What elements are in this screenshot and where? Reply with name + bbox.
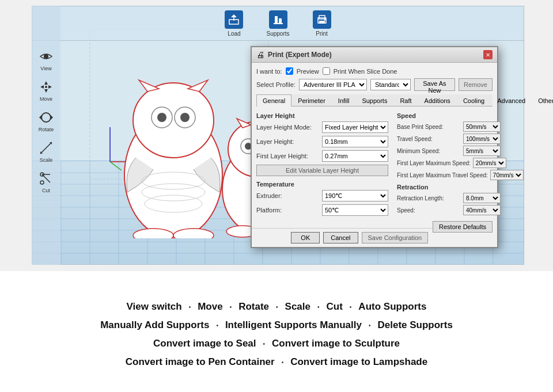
- base-print-speed-label: Base Print Speed:: [397, 124, 461, 130]
- layer-height-mode-label: Layer Height Mode:: [256, 124, 320, 131]
- restore-defaults-button[interactable]: Restore Defaults: [433, 221, 493, 233]
- svg-rect-56: [319, 16, 325, 19]
- first-layer-height-select[interactable]: 0.27mm: [322, 150, 388, 162]
- tab-general[interactable]: General: [256, 94, 291, 106]
- edit-variable-layer-height-button[interactable]: Edit Variable Layer Height: [256, 165, 388, 176]
- travel-speed-select[interactable]: 100mm/s: [463, 134, 501, 144]
- tab-additions[interactable]: Additions: [418, 94, 457, 106]
- label-row-1: View switch • Move • Rotate • Scale • Cu…: [122, 301, 431, 313]
- save-as-new-button[interactable]: Save As New: [414, 78, 455, 91]
- label-view-switch: View switch: [122, 301, 187, 313]
- move-icon: [38, 79, 54, 95]
- bottom-content: View switch • Move • Rotate • Scale • Cu…: [0, 271, 553, 392]
- retraction-length-select[interactable]: 8.0mm: [463, 193, 501, 203]
- retraction-speed-select[interactable]: 40mm/s: [463, 205, 501, 215]
- svg-point-64: [45, 86, 47, 88]
- preview-checkbox[interactable]: [286, 67, 293, 75]
- svg-point-33: [180, 113, 190, 122]
- i-want-to-label: I want to:: [256, 68, 282, 75]
- layer-height-mode-select[interactable]: Fixed Layer Height: [322, 121, 388, 133]
- left-sidebar: View Move Rotate: [32, 6, 60, 265]
- platform-label: Platform:: [256, 207, 320, 214]
- label-scale: Scale: [281, 301, 315, 313]
- preview-label: Preview: [297, 68, 319, 75]
- supports-button[interactable]: Supports: [262, 8, 294, 39]
- view-tool[interactable]: View: [36, 46, 56, 74]
- label-move: Move: [193, 301, 227, 313]
- svg-rect-53: [279, 18, 282, 23]
- label-rotate: Rotate: [234, 301, 274, 313]
- load-label: Load: [228, 31, 240, 37]
- label-delete-supports: Delete Supports: [373, 319, 457, 331]
- speed-section: Speed: [397, 112, 501, 119]
- load-icon: [225, 10, 243, 29]
- supports-icon: [269, 10, 287, 29]
- label-intelligent-supports: Intelligent Supports Manually: [221, 319, 366, 331]
- svg-marker-61: [44, 89, 48, 93]
- label-row-4: Convert image to Pen Container • Convert…: [121, 356, 432, 368]
- label-convert-lampshade: Convert image to Lampshade: [286, 356, 432, 368]
- label-convert-seal: Convert image to Seal: [149, 338, 261, 349]
- rotate-icon: [38, 109, 54, 125]
- first-layer-max-travel-select[interactable]: 70mm/s: [490, 170, 524, 180]
- extruder-select[interactable]: 190℃: [322, 190, 388, 201]
- label-auto-supports: Auto Supports: [354, 301, 431, 313]
- print-when-slice-label: Print When Slice Done: [334, 68, 397, 75]
- tab-advanced[interactable]: Advanced: [491, 94, 532, 106]
- tab-raft[interactable]: Raft: [393, 94, 418, 106]
- first-layer-max-speed-select[interactable]: 20mm/s: [473, 158, 506, 168]
- layer-height-section: Layer Height: [256, 112, 388, 119]
- svg-point-29: [133, 83, 214, 158]
- profile-select[interactable]: Adventurer III PLA: [299, 79, 367, 90]
- svg-rect-54: [274, 23, 283, 24]
- temperature-section: Temperature: [256, 181, 388, 188]
- tab-supports[interactable]: Supports: [355, 94, 393, 106]
- svg-marker-60: [44, 81, 48, 85]
- minimum-speed-select[interactable]: 5mm/s: [463, 146, 501, 156]
- print-when-slice-checkbox[interactable]: [323, 67, 330, 75]
- dialog-close-button[interactable]: ✕: [483, 50, 493, 59]
- dialog-titlebar: 🖨 Print (Expert Mode) ✕: [252, 47, 497, 63]
- label-cut: Cut: [322, 301, 347, 313]
- layer-height-select[interactable]: 0.18mm: [322, 136, 388, 147]
- svg-marker-35: [188, 80, 208, 92]
- first-layer-max-speed-label: First Layer Maximum Speed:: [397, 160, 471, 166]
- cut-tool[interactable]: Cut: [36, 168, 56, 196]
- svg-rect-57: [319, 21, 325, 24]
- print-dialog: 🖨 Print (Expert Mode) ✕ I want to: Previ…: [251, 46, 498, 248]
- rotate-tool[interactable]: Rotate: [36, 107, 56, 135]
- scale-tool[interactable]: Scale: [36, 138, 56, 165]
- load-button[interactable]: Load: [220, 8, 248, 39]
- retraction-section: Retraction: [397, 184, 501, 191]
- cancel-button[interactable]: Cancel: [323, 232, 358, 243]
- tab-cooling[interactable]: Cooling: [457, 94, 491, 106]
- tab-perimeter[interactable]: Perimeter: [291, 94, 332, 106]
- print-icon: [313, 10, 331, 29]
- rotate-label: Rotate: [39, 127, 54, 132]
- base-print-speed-select[interactable]: 50mm/s: [463, 121, 501, 132]
- standard-select[interactable]: Standard: [370, 79, 411, 90]
- tab-others[interactable]: Others: [532, 94, 553, 106]
- move-tool[interactable]: Move: [36, 77, 56, 104]
- svg-rect-52: [275, 16, 278, 23]
- svg-marker-66: [39, 115, 41, 120]
- svg-marker-34: [139, 80, 159, 92]
- platform-select[interactable]: 50℃: [322, 204, 388, 216]
- remove-button[interactable]: Remove: [459, 78, 493, 91]
- first-layer-max-travel-label: First Layer Maximum Travel Speed:: [397, 172, 488, 178]
- svg-marker-63: [48, 85, 52, 89]
- svg-point-32: [157, 113, 166, 122]
- view-icon: [38, 48, 54, 64]
- label-manually-add-supports: Manually Add Supports: [96, 319, 214, 331]
- print-button[interactable]: Print: [308, 8, 336, 39]
- extruder-label: Extruder:: [256, 192, 320, 199]
- select-profile-label: Select Profile:: [256, 81, 296, 88]
- tab-infill[interactable]: Infill: [332, 94, 356, 106]
- save-configuration-button[interactable]: Save Configuration: [362, 232, 429, 243]
- svg-point-58: [324, 18, 325, 20]
- cut-icon: [38, 170, 54, 187]
- retraction-length-label: Retraction Length:: [397, 195, 461, 201]
- scale-icon: [38, 140, 54, 156]
- ok-button[interactable]: OK: [291, 232, 320, 243]
- tab-bar: General Perimeter Infill Supports Raft A…: [256, 94, 493, 106]
